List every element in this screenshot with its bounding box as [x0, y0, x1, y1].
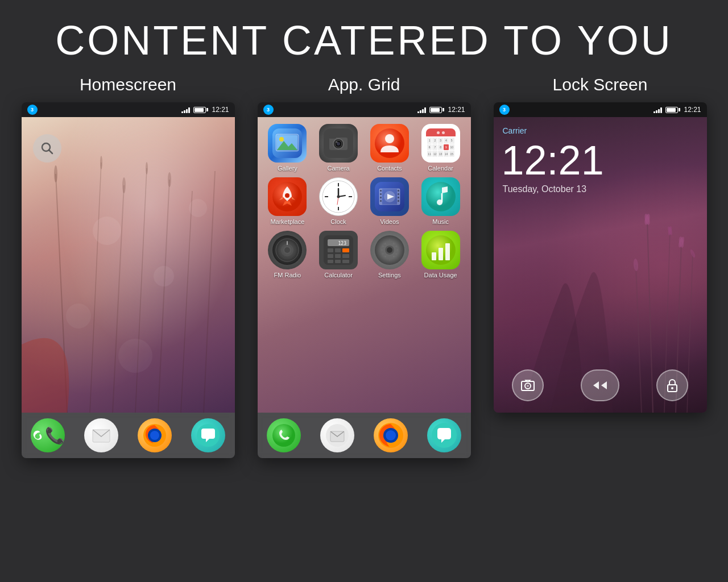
battery-icon-appgrid: [429, 107, 444, 113]
dock-firefox-icon[interactable]: [138, 418, 172, 452]
camera-label: Camera: [328, 165, 350, 172]
svg-point-49: [337, 196, 340, 198]
svg-rect-55: [380, 193, 382, 195]
svg-point-17: [189, 199, 207, 217]
svg-point-35: [336, 142, 338, 143]
calendar-icon: 1 2 3 4 5 6 7 8 9 10: [421, 124, 460, 163]
lock-time: 12:21: [502, 137, 604, 184]
signal-icon-appgrid: [417, 106, 426, 113]
datausage-icon: [421, 231, 460, 269]
svg-rect-80: [335, 254, 341, 258]
camera-icon: [319, 124, 358, 163]
svg-point-39: [285, 193, 289, 198]
status-right-homescreen: 12:21: [181, 106, 229, 114]
status-time: 12:21: [212, 106, 229, 114]
dock-chat-icon[interactable]: [191, 418, 225, 452]
homescreen-wallpaper: [22, 117, 235, 413]
svg-text:123: 123: [338, 241, 347, 246]
time-appgrid: 12:21: [448, 106, 465, 114]
svg-rect-91: [445, 243, 450, 260]
svg-rect-57: [380, 200, 382, 202]
status-bar-lockscreen: 3 12:21: [494, 102, 707, 117]
dock-mail-icon[interactable]: [84, 418, 118, 452]
homescreen-phone: 3 12:21: [22, 102, 235, 458]
app-gallery[interactable]: Gallery: [263, 124, 312, 172]
lock-unlock-icon[interactable]: [656, 369, 688, 401]
svg-line-6: [158, 180, 169, 413]
lock-camera-button[interactable]: [512, 369, 544, 401]
appgrid-content: Gallery: [258, 117, 471, 413]
app-calendar[interactable]: 1 2 3 4 5 6 7 8 9 10: [416, 124, 465, 172]
svg-rect-82: [328, 260, 333, 263]
page-title: CONTENT CATERED TO YOU: [0, 0, 728, 75]
svg-point-13: [168, 172, 171, 187]
appgrid-dock-firefox[interactable]: [374, 418, 408, 452]
svg-point-71: [284, 247, 290, 253]
svg-rect-61: [398, 200, 399, 202]
svg-line-3: [90, 163, 101, 413]
svg-point-22: [150, 431, 159, 440]
svg-point-11: [122, 177, 126, 193]
lock-unlock-button[interactable]: [581, 369, 619, 401]
appgrid-dock-phone[interactable]: [267, 418, 301, 452]
calendar-label: Calendar: [428, 165, 453, 172]
network-icon-lock: 3: [499, 105, 510, 115]
svg-point-117: [671, 387, 673, 389]
svg-line-5: [135, 168, 147, 413]
svg-rect-59: [398, 193, 399, 195]
svg-point-12: [146, 162, 148, 174]
app-settings[interactable]: Settings: [365, 231, 414, 278]
svg-rect-89: [432, 252, 436, 260]
svg-point-37: [385, 134, 394, 143]
lockscreen-phone: 3 12:21: [494, 102, 707, 413]
battery-icon-lock: [665, 107, 680, 113]
svg-rect-31: [329, 135, 336, 139]
app-clock[interactable]: Clock: [314, 177, 363, 225]
signal-icon-lock: [653, 106, 662, 113]
music-icon: [421, 177, 460, 216]
dock-phone-icon[interactable]: 📞: [31, 418, 65, 452]
section-lockscreen: Lock Screen 3 12:21: [494, 75, 707, 458]
settings-label: Settings: [378, 272, 401, 278]
battery-icon: [193, 107, 208, 113]
fmradio-label: FM Radio: [274, 272, 301, 278]
section-appgrid: App. Grid 3 12:21: [258, 75, 471, 458]
appgrid-label: App. Grid: [328, 75, 400, 94]
network-icon: 3: [27, 105, 38, 115]
appgrid-dock-mail[interactable]: [320, 418, 354, 452]
videos-icon: [370, 177, 409, 216]
app-marketplace[interactable]: Marketplace: [263, 177, 312, 225]
app-contacts[interactable]: Contacts: [365, 124, 414, 172]
lockscreen-label: Lock Screen: [553, 75, 648, 94]
svg-rect-76: [328, 248, 333, 252]
svg-rect-78: [342, 248, 349, 252]
fmradio-icon: [268, 231, 307, 269]
svg-line-7: [181, 191, 192, 413]
svg-rect-56: [380, 197, 382, 198]
section-homescreen: Homescreen 3 12:21: [22, 75, 235, 458]
gallery-label: Gallery: [278, 165, 297, 172]
svg-point-15: [154, 266, 174, 286]
app-music[interactable]: Music: [416, 177, 465, 225]
lockscreen-background: Carrier 12:21 Tuesday, October 13: [494, 117, 707, 413]
status-right-appgrid: 12:21: [417, 106, 465, 114]
svg-rect-90: [439, 248, 443, 260]
appgrid-phone: 3 12:21: [258, 102, 471, 458]
app-videos[interactable]: Videos: [365, 177, 414, 225]
svg-rect-83: [335, 260, 341, 263]
svg-rect-77: [335, 248, 341, 252]
app-camera[interactable]: Camera: [314, 124, 363, 172]
svg-point-115: [527, 385, 529, 387]
svg-point-16: [66, 304, 91, 329]
svg-point-66: [437, 199, 442, 205]
svg-rect-81: [342, 254, 349, 258]
app-datausage[interactable]: Data Usage: [416, 231, 465, 278]
app-calculator[interactable]: 123: [314, 231, 363, 278]
app-grid: Gallery: [258, 117, 471, 285]
status-right-lock: 12:21: [653, 106, 701, 114]
clock-icon: [319, 177, 358, 216]
appgrid-dock-chat[interactable]: [427, 418, 461, 452]
status-bar-appgrid: 3 12:21: [258, 102, 471, 117]
app-fmradio[interactable]: FM Radio: [263, 231, 312, 278]
calculator-icon: 123: [319, 231, 358, 269]
